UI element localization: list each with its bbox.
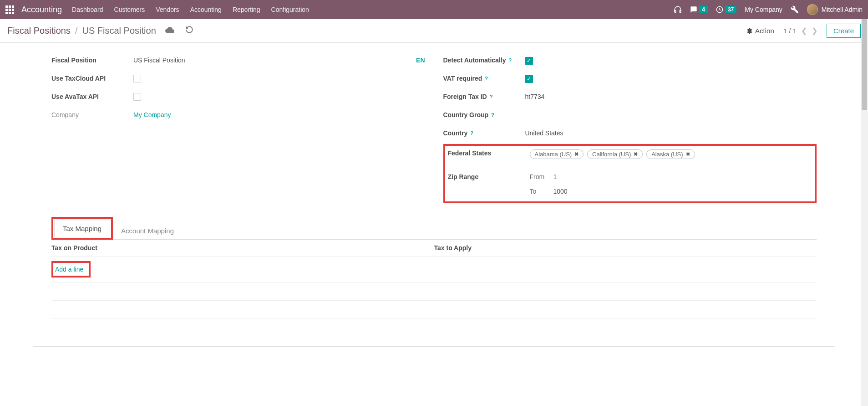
highlighted-add-line: Add a line [51, 261, 91, 278]
company-value[interactable]: My Company [133, 111, 425, 118]
federal-states-label: Federal States [448, 149, 530, 157]
remove-tag-icon[interactable]: ✖ [634, 151, 638, 157]
form-sheet: Fiscal Position US Fiscal Position EN Us… [33, 43, 835, 347]
zip-to-value[interactable]: 1000 [553, 188, 568, 195]
empty-row [51, 283, 817, 301]
pager-next-icon[interactable]: ❯ [812, 26, 817, 35]
detect-auto-label: Detect Automatically? [443, 57, 525, 64]
form-left-column: Fiscal Position US Fiscal Position EN Us… [51, 57, 425, 203]
nav-vendors[interactable]: Vendors [156, 6, 179, 13]
col-tax-to-apply: Tax to Apply [434, 244, 817, 252]
country-group-label: Country Group? [443, 111, 525, 118]
tax-mapping-headers: Tax on Product Tax to Apply [51, 240, 817, 257]
help-icon[interactable]: ? [491, 112, 494, 118]
nav-reporting[interactable]: Reporting [233, 6, 260, 13]
state-tag[interactable]: Alaska (US)✖ [646, 149, 695, 159]
activities-badge: 37 [725, 6, 736, 13]
scrollbar-thumb[interactable] [862, 19, 867, 110]
pager-prev-icon[interactable]: ❮ [801, 26, 807, 35]
user-name: Mitchell Admin [822, 6, 863, 13]
country-label: Country? [443, 129, 525, 137]
top-navbar: Accounting Dashboard Customers Vendors A… [0, 0, 868, 19]
taxcloud-label: Use TaxCloud API [51, 75, 133, 82]
nav-accounting[interactable]: Accounting [190, 6, 222, 13]
discard-icon[interactable] [185, 26, 193, 36]
help-icon[interactable]: ? [485, 76, 488, 81]
action-button[interactable]: Action [746, 27, 774, 35]
nav-configuration[interactable]: Configuration [271, 6, 309, 13]
cloud-save-icon[interactable] [165, 26, 174, 36]
foreign-tax-label: Foreign Tax ID? [443, 93, 525, 100]
zip-from-label: From [530, 173, 550, 180]
messages-badge: 4 [699, 6, 708, 13]
control-bar: Fiscal Positions / US Fiscal Position Ac… [0, 19, 868, 43]
remove-tag-icon[interactable]: ✖ [574, 151, 579, 157]
state-tag[interactable]: Alabama (US)✖ [530, 149, 584, 159]
lang-en-tag[interactable]: EN [416, 57, 425, 64]
notebook-tabs: Tax Mapping Account Mapping [51, 217, 817, 240]
breadcrumb: Fiscal Positions / US Fiscal Position [7, 26, 156, 36]
foreign-tax-value[interactable]: ht7734 [525, 93, 817, 100]
pager-count[interactable]: 1 / 1 [783, 27, 797, 35]
create-button[interactable]: Create [827, 24, 861, 38]
breadcrumb-current: US Fiscal Position [82, 26, 156, 36]
form-right-column: Detect Automatically? VAT required? Fore… [443, 57, 817, 203]
country-value[interactable]: United States [525, 129, 817, 137]
highlighted-tax-mapping-tab: Tax Mapping [51, 217, 113, 240]
user-menu[interactable]: Mitchell Admin [807, 4, 863, 15]
debug-tools-icon[interactable] [791, 5, 799, 14]
user-avatar [807, 4, 818, 15]
breadcrumb-separator: / [75, 26, 78, 36]
nav-dashboard[interactable]: Dashboard [72, 6, 103, 13]
company-label: Company [51, 111, 133, 118]
support-icon[interactable] [674, 5, 682, 14]
company-selector[interactable]: My Company [745, 6, 782, 13]
breadcrumb-parent[interactable]: Fiscal Positions [7, 26, 71, 36]
tab-account-mapping[interactable]: Account Mapping [113, 222, 182, 239]
top-nav: Dashboard Customers Vendors Accounting R… [72, 6, 309, 13]
app-brand[interactable]: Accounting [21, 5, 62, 15]
vat-required-checkbox[interactable] [525, 75, 533, 83]
highlighted-region-states-zip: Federal States Alabama (US)✖ California … [443, 144, 817, 203]
nav-customers[interactable]: Customers [114, 6, 145, 13]
vat-required-label: VAT required? [443, 75, 525, 82]
fiscal-position-label: Fiscal Position [51, 57, 133, 64]
messages-icon[interactable]: 4 [690, 6, 708, 13]
fiscal-position-value[interactable]: US Fiscal Position [133, 57, 185, 64]
vertical-scrollbar[interactable] [861, 19, 868, 347]
avatax-checkbox[interactable] [133, 93, 141, 101]
activities-icon[interactable]: 37 [716, 6, 736, 13]
detect-auto-checkbox[interactable] [525, 57, 533, 65]
federal-states-tags[interactable]: Alabama (US)✖ California (US)✖ Alaska (U… [530, 149, 812, 159]
zip-range-label: Zip Range [448, 173, 530, 180]
empty-row [51, 301, 817, 319]
apps-icon[interactable] [5, 5, 14, 14]
state-tag[interactable]: California (US)✖ [587, 149, 643, 159]
tab-tax-mapping[interactable]: Tax Mapping [54, 220, 110, 237]
help-icon[interactable]: ? [508, 57, 512, 63]
help-icon[interactable]: ? [470, 130, 473, 136]
col-tax-on-product: Tax on Product [51, 244, 434, 252]
zip-from-value[interactable]: 1 [553, 173, 557, 180]
taxcloud-checkbox[interactable] [133, 75, 141, 82]
avatax-label: Use AvaTax API [51, 93, 133, 100]
add-line-link[interactable]: Add a line [55, 266, 83, 273]
pager: 1 / 1 ❮ ❯ [783, 26, 817, 35]
zip-to-label: To [530, 188, 550, 195]
help-icon[interactable]: ? [490, 94, 493, 99]
remove-tag-icon[interactable]: ✖ [686, 151, 690, 157]
